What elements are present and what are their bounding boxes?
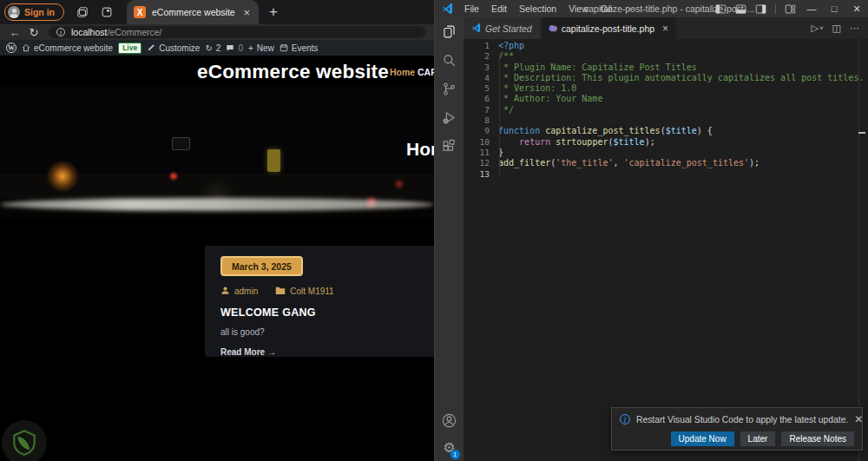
update-notification: i Restart Visual Studio Code to apply th…: [611, 407, 863, 451]
code-line: 5 * Version: 1.0: [464, 83, 868, 94]
adminbar-comments[interactable]: 0: [226, 43, 243, 53]
adminbar-new[interactable]: + New: [248, 43, 274, 53]
tab-title: eCommerce website: [152, 7, 241, 17]
settings-gear-icon[interactable]: ⚙1: [443, 439, 455, 456]
post-author[interactable]: admin: [220, 286, 258, 297]
home-icon: [22, 43, 30, 52]
code-line: 7 */: [464, 105, 868, 115]
search-icon[interactable]: [441, 52, 457, 69]
release-notes-button[interactable]: Release Notes: [781, 431, 854, 446]
post-category[interactable]: Colt M1911: [275, 286, 333, 297]
menu-edit[interactable]: Edit: [485, 3, 513, 14]
scrollbar-track[interactable]: [858, 39, 859, 461]
live-badge[interactable]: Live: [118, 43, 141, 54]
hero-street-sign: [172, 137, 190, 150]
person-icon: [220, 286, 230, 297]
line-number: 3: [464, 63, 490, 73]
info-icon: i: [620, 414, 630, 425]
code-editor[interactable]: 1<?php2/**3 * Plugin Name: Capitalize Po…: [464, 39, 868, 461]
read-more-link[interactable]: Read More →: [220, 347, 431, 357]
menu-selection[interactable]: Selection: [513, 3, 562, 14]
notification-message: Restart Visual Studio Code to apply the …: [636, 415, 848, 425]
adminbar-updates[interactable]: ↻ 2: [205, 43, 220, 53]
line-number: 11: [464, 148, 490, 158]
line-number: 6: [464, 94, 490, 104]
workspaces-icon[interactable]: [76, 6, 89, 18]
adminbar-customize[interactable]: Customize: [147, 43, 200, 53]
code-line: 8: [464, 115, 868, 126]
extensions-icon[interactable]: [441, 138, 457, 155]
post-meta: admin Colt M1911: [220, 286, 431, 297]
comment-icon: [226, 43, 234, 52]
code-line: 13: [464, 169, 868, 180]
line-number: 10: [464, 137, 490, 148]
accounts-icon[interactable]: [441, 412, 457, 429]
settings-badge: 1: [450, 450, 460, 459]
php-file-icon: 🐘︎: [549, 24, 557, 33]
site-info-icon[interactable]: i: [56, 28, 65, 36]
run-button[interactable]: ▷˅: [811, 23, 823, 34]
update-now-button[interactable]: Update Now: [671, 431, 734, 446]
editor-more-actions-icon[interactable]: ⋯: [850, 23, 859, 34]
url-path: /eCommerce/: [107, 27, 161, 37]
calendar-icon: [279, 43, 288, 52]
tab-preview-icon[interactable]: [101, 6, 113, 18]
screen: Sign in X eCommerce website × + ← ↻ i lo…: [0, 0, 868, 461]
minimize-button[interactable]: —: [800, 0, 823, 17]
url-host: localhost: [71, 27, 107, 37]
line-number: 1: [464, 41, 490, 51]
vscode-tab-icon: [471, 23, 481, 33]
wp-admin-bar: W eCommerce website Live Customize ↻ 2 0…: [0, 40, 434, 56]
back-button[interactable]: ←: [5, 26, 24, 39]
tab-close-icon[interactable]: ×: [241, 6, 252, 19]
avatar-icon: [8, 6, 20, 18]
code-line: 9function capitalize_post_titles($title)…: [464, 126, 868, 136]
run-debug-icon[interactable]: [441, 109, 457, 126]
adminbar-site-name[interactable]: eCommerce website: [22, 43, 113, 53]
maximize-button[interactable]: □: [823, 0, 845, 17]
site-brand[interactable]: eCommerce website: [197, 61, 389, 83]
titlebar-divider: [775, 3, 776, 14]
line-number: 12: [464, 158, 490, 168]
code-line: 4 * Description: This plugin automatical…: [464, 73, 868, 83]
post-card: March 3, 2025 admin Colt M1911 WELCOME G…: [205, 246, 434, 357]
tab-close-icon[interactable]: ×: [662, 23, 668, 35]
sign-in-button[interactable]: Sign in: [4, 3, 64, 21]
line-number: 13: [464, 169, 490, 180]
adminbar-events[interactable]: Events: [279, 43, 319, 53]
pencil-icon: [147, 43, 155, 52]
close-window-button[interactable]: ✕: [845, 0, 868, 17]
menu-file[interactable]: File: [458, 3, 485, 14]
vscode-logo-icon: [442, 3, 453, 15]
customize-layout-icon[interactable]: [780, 3, 800, 15]
indent-guide: [499, 52, 500, 178]
explorer-icon[interactable]: [441, 23, 457, 40]
vscode-window: File Edit Selection View Go ⋯ capitalize…: [434, 0, 868, 461]
nav-link-home[interactable]: Home: [390, 67, 415, 77]
later-button[interactable]: Later: [740, 431, 776, 446]
reload-button[interactable]: ↻: [24, 26, 43, 39]
line-number: 5: [464, 83, 490, 94]
nav-link-cart[interactable]: CART: [418, 67, 434, 77]
code-line: 12add_filter('the_title', 'capitalize_po…: [464, 158, 868, 168]
folder-icon: [275, 286, 286, 297]
browser-toolbar: ← ↻ i localhost/eCommerce/: [0, 24, 434, 40]
post-date-chip[interactable]: March 3, 2025: [220, 256, 303, 276]
wordpress-logo-icon[interactable]: W: [6, 43, 16, 53]
browser-tab[interactable]: X eCommerce website ×: [127, 0, 259, 24]
tab-get-started[interactable]: Get Started: [464, 17, 540, 39]
split-editor-icon[interactable]: ◫: [832, 23, 841, 34]
address-bar[interactable]: i localhost/eCommerce/: [49, 26, 425, 38]
post-title[interactable]: WELCOME GANG: [220, 306, 431, 319]
site-viewport: eCommerce website Home CART Home March 3…: [0, 56, 434, 461]
code-line: 6 * Author: Your Name: [464, 94, 868, 104]
tab-php-file[interactable]: 🐘︎ capitalize-post-title.php ×: [542, 17, 676, 39]
hero-yellow-sign: [267, 149, 280, 172]
post-excerpt: all is good?: [220, 327, 431, 337]
source-control-icon[interactable]: [441, 81, 457, 97]
code-line: 10 return strtoupper($title);: [464, 137, 868, 148]
plus-icon: +: [248, 43, 253, 53]
new-tab-button[interactable]: +: [269, 3, 278, 21]
notification-close-icon[interactable]: ✕: [854, 413, 863, 425]
updates-icon: ↻: [205, 43, 212, 53]
